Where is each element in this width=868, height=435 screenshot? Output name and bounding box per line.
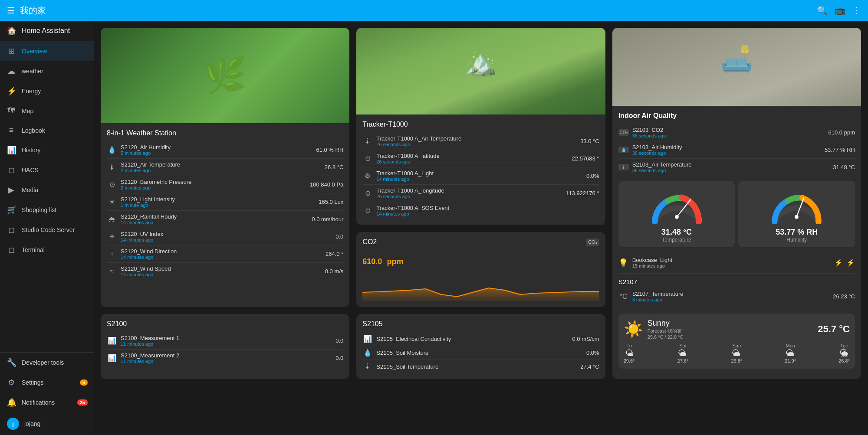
studio-icon: ◻ [7, 225, 16, 235]
sensor-icon: 💧 [362, 349, 373, 357]
sensor-time: 36 seconds ago [632, 150, 821, 156]
sensor-value: 610.0 ppm [829, 129, 855, 136]
sidebar-item-overview[interactable]: ⊞ Overview [0, 41, 94, 61]
forecast-day-temp: 27.6° [677, 358, 689, 363]
sidebar-item-history[interactable]: 📊 History [0, 140, 94, 160]
sensor-icon: 🌡 [362, 363, 373, 370]
forecast-day: Sat 🌥 27.6° [677, 343, 689, 363]
sidebar-item-terminal[interactable]: ◻ Terminal [0, 240, 94, 260]
light-toggle-icon[interactable]: ⚡ [846, 258, 855, 267]
forecast-day-icon: 🌤 [624, 348, 635, 358]
sensor-value: 0.0 [335, 337, 343, 344]
sensor-time: 2 minutes ago [121, 168, 321, 173]
sensor-name: S2120_UV Index [121, 231, 332, 237]
bookcase-name: Bookcase_Light [632, 257, 831, 263]
sidebar-label-terminal: Terminal [22, 246, 45, 253]
menu-icon[interactable]: ☰ [7, 5, 15, 16]
sidebar-item-settings[interactable]: ⚙ Settings 5 [0, 373, 94, 392]
sidebar-item-shopping[interactable]: 🛒 Shopping list [0, 200, 94, 220]
temp-gauge-label: Temperature [623, 237, 731, 243]
sensor-value: 165.0 Lux [319, 199, 343, 205]
forecast-day-name: Sat [677, 343, 689, 348]
light-wifi-icon[interactable]: ⚡ [834, 258, 843, 267]
sensor-time: 14 minutes ago [121, 272, 322, 277]
weather-forecast: Fri 🌤 29.6° Sat 🌥 27.6° Sun 🌥 26.8° Mon … [624, 343, 850, 363]
sensor-row: ⚙ Tracker-T1000 A_Light 14 minutes ago 0… [362, 167, 599, 185]
sensor-icon: ⚙ [362, 172, 373, 180]
sidebar-item-media[interactable]: ▶ Media [0, 180, 94, 200]
sidebar-user[interactable]: j jojang [0, 412, 94, 435]
sensor-time: 14 minutes ago [376, 211, 595, 216]
temp-gauge-value: 31.48 °C [623, 228, 731, 237]
sidebar-header: 🏠 Home Assistant [0, 21, 94, 41]
topbar: ☰ 我的家 🔍 📺 ⋮ [0, 0, 868, 21]
sidebar-item-studio[interactable]: ◻ Studio Code Server [0, 220, 94, 240]
co2-value: 610.0 ppm [362, 249, 599, 268]
sensor-value: 33.0 °C [580, 138, 599, 144]
humidity-gauge: 53.77 % RH Humidity [738, 181, 855, 247]
main-content: 8-in-1 Weather Station 💧 S2120_Air Humid… [94, 21, 868, 435]
sidebar-label-media: Media [22, 186, 38, 193]
sensor-icon: 🌡 [362, 137, 373, 145]
sensor-row: 🌡 S2105_Soil Temperature 27.4 °C [362, 360, 599, 373]
s2107-section: S2107 °C S2107_Temperature 3 minutes ago… [618, 273, 855, 309]
weather-temp-range: 29.6 °C / 22.8 °C [648, 334, 814, 340]
map-icon: 🗺 [7, 106, 16, 115]
sensor-value: 31.48 °C [833, 164, 855, 170]
search-icon[interactable]: 🔍 [817, 5, 828, 16]
temp-gauge: 31.48 °C Temperature [618, 181, 735, 247]
sidebar-item-weather[interactable]: ☁ weather [0, 61, 94, 81]
media-icon: ▶ [7, 185, 16, 195]
forecast-day: Fri 🌤 29.6° [624, 343, 635, 363]
sidebar-item-developer[interactable]: 🔧 Developer tools [0, 353, 94, 373]
co2-label: CO2 [362, 238, 377, 246]
sidebar-item-notifications[interactable]: 🔔 Notifications 25 [0, 392, 94, 412]
sensor-value: 0.0% [586, 350, 599, 356]
sidebar-item-map[interactable]: 🗺 Map [0, 101, 94, 121]
s2107-name: S2107_Temperature [632, 291, 830, 297]
gauges-row: 31.48 °C Temperature [618, 181, 855, 247]
sensor-row: ↑ S2120_Wind Direction 14 minutes ago 26… [107, 245, 343, 263]
indoor-sensor-row: CO₂ S2103_CO2 36 seconds ago 610.0 ppm [618, 124, 855, 141]
s2107-icon: °C [618, 293, 629, 301]
sensor-time: 14 minutes ago [121, 220, 308, 225]
cast-icon[interactable]: 📺 [835, 5, 845, 16]
sensor-name: Tracker-T1000 A_SOS Event [376, 205, 595, 211]
sidebar-item-logbook[interactable]: ≡ Logbook [0, 121, 94, 140]
sidebar-label-energy: Energy [22, 88, 41, 95]
user-avatar: j [7, 418, 19, 430]
sensor-time: 14 minutes ago [121, 237, 332, 242]
settings-badge: 5 [80, 379, 88, 386]
svg-point-3 [795, 215, 799, 219]
s2100-title: S2100 [107, 320, 343, 328]
sidebar-item-energy[interactable]: ⚡ Energy [0, 81, 94, 101]
forecast-day: Sun 🌥 26.8° [731, 343, 742, 363]
sensor-value: 0.0 [335, 355, 343, 361]
weather-station-title: 8-in-1 Weather Station [107, 129, 343, 137]
sensor-name: S2105_Soil Temperature [376, 363, 577, 370]
developer-icon: 🔧 [7, 358, 16, 367]
sensor-icon: ☀ [107, 198, 117, 206]
sensor-name: S2100_Measurement 1 [121, 335, 332, 341]
sensor-name: S2120_Rainfall Hourly [121, 213, 308, 220]
settings-icon: ⚙ [7, 378, 16, 387]
sensor-name: S2120_Air Temperature [121, 161, 321, 168]
sensor-name: S2105_Electrical Conductivity [376, 336, 569, 342]
more-icon[interactable]: ⋮ [852, 5, 861, 16]
indoor-sensor-row: 🌡 S2103_Air Temperature 36 seconds ago 3… [618, 159, 855, 176]
sidebar-item-hacs[interactable]: ◻ HACS [0, 160, 94, 180]
sensor-time: 11 minutes ago [121, 359, 332, 364]
sensor-time: 26 seconds ago [376, 194, 562, 199]
sensor-row: ⊙ Tracker-T1000 A_SOS Event 14 minutes a… [362, 202, 599, 219]
sensor-row: ≈ S2120_Wind Speed 14 minutes ago 0.0 m/… [107, 263, 343, 280]
history-icon: 📊 [7, 145, 16, 155]
weather-station-sensors: 💧 S2120_Air Humidity 5 minutes ago 61.0 … [107, 141, 343, 280]
sensor-icon: 🌡 [618, 164, 629, 170]
forecast-day-temp: 26.8° [731, 358, 742, 363]
sensor-row: ☀ S2120_UV Index 14 minutes ago 0.0 [107, 228, 343, 245]
notifications-icon: 🔔 [7, 398, 16, 407]
tracker-title: Tracker-T1000 [362, 121, 599, 128]
sensor-time: 2 minutes ago [121, 185, 306, 190]
hacs-icon: ◻ [7, 165, 16, 175]
indoor-sensors: CO₂ S2103_CO2 36 seconds ago 610.0 ppm 💧… [618, 124, 855, 176]
